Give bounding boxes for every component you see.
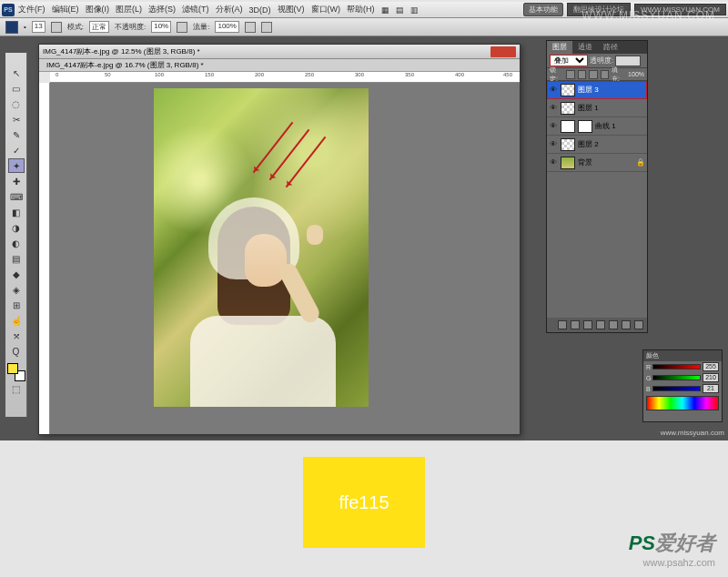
layers-panel: 图层 通道 路径 叠加 透明度: 100% 锁定: 填充: 100% (546, 40, 648, 333)
layer-row-3[interactable]: 👁 图层 3 (547, 81, 647, 99)
brush-panel-icon[interactable] (51, 22, 62, 33)
ruler-horizontal: 0 50 100 150 200 250 300 350 400 450 (50, 72, 520, 83)
layer-row-2[interactable]: 👁 图层 2 (547, 136, 647, 154)
layer-name: 图层 3 (578, 85, 599, 95)
b-slider[interactable] (652, 386, 701, 391)
mask-thumb (578, 120, 592, 133)
lock-position-icon[interactable] (589, 70, 598, 79)
opacity-field[interactable]: 10% (151, 21, 171, 33)
tab-paths[interactable]: 路径 (598, 41, 623, 54)
lock-all-icon[interactable] (601, 70, 610, 79)
brush-tool[interactable]: ✦ (8, 158, 25, 173)
gradient-tool[interactable]: ◑ (8, 220, 25, 235)
watermark-top: WWW.MISSYUAN.COM (581, 9, 715, 22)
lasso-tool[interactable]: ◌ (8, 96, 25, 111)
history-brush-tool[interactable]: ⌨ (8, 189, 25, 204)
canvas-stage[interactable] (50, 83, 520, 434)
r-value[interactable]: 255 (703, 362, 719, 371)
menu-view[interactable]: 视图(V) (275, 4, 308, 15)
menu-select[interactable]: 选择(S) (146, 4, 178, 15)
menu-icon-1[interactable]: ▦ (379, 5, 392, 15)
link-layers-icon[interactable] (558, 320, 567, 329)
opacity-label: 不透明度: (115, 22, 146, 32)
footer-url: www.missyuan.com (661, 429, 724, 437)
marquee-tool[interactable]: ▭ (8, 81, 25, 96)
lock-transparent-icon[interactable] (566, 70, 575, 79)
menu-layer[interactable]: 图层(L) (113, 4, 145, 15)
fill-label: 填充: (612, 66, 625, 84)
eraser-tool[interactable]: ◧ (8, 205, 25, 219)
menu-icon-3[interactable]: ▥ (408, 5, 421, 15)
g-slider[interactable] (652, 375, 701, 380)
document-title-text: IMG_4147副本-e.jpg @ 12.5% (图层 3, RGB/8) * (43, 46, 200, 56)
layer-row-1[interactable]: 👁 图层 1 (547, 99, 647, 117)
menu-help[interactable]: 帮助(H) (344, 4, 378, 15)
foreground-color[interactable] (7, 363, 18, 374)
type-tool[interactable]: ◈ (8, 282, 25, 297)
tablet-pressure-icon[interactable] (261, 22, 272, 33)
layer-row-background[interactable]: 👁 背景 🔒 (547, 154, 647, 172)
visibility-icon[interactable]: 👁 (549, 122, 558, 131)
mask-icon[interactable] (583, 320, 592, 329)
layer-opacity-label: 透明度: (590, 56, 613, 66)
visibility-icon[interactable]: 👁 (549, 140, 558, 149)
quickmask-tool[interactable]: ⬚ (8, 382, 25, 395)
brush-size-field[interactable]: 13 (32, 21, 46, 33)
r-slider[interactable] (652, 364, 701, 369)
adjustment-icon[interactable] (596, 320, 605, 329)
opacity-pressure-icon[interactable] (177, 22, 187, 33)
menu-icon-2[interactable]: ▤ (393, 5, 407, 15)
new-layer-icon[interactable] (622, 320, 631, 329)
visibility-icon[interactable]: 👁 (549, 104, 558, 113)
flow-field[interactable]: 100% (215, 21, 238, 33)
brush-preset-icon[interactable] (5, 21, 18, 34)
layer-name: 图层 1 (578, 103, 599, 113)
menu-filter[interactable]: 滤镜(T) (179, 4, 212, 15)
menu-analysis[interactable]: 分析(A) (213, 4, 246, 15)
layer-name: 背景 (578, 157, 592, 167)
crop-tool[interactable]: ✂ (8, 112, 25, 127)
g-value[interactable]: 210 (703, 373, 719, 382)
healing-tool[interactable]: ✓ (8, 143, 25, 157)
menu-edit[interactable]: 编辑(E) (49, 4, 82, 15)
canvas-area: IMG_4147副本-e.jpg @ 12.5% (图层 3, RGB/8) *… (27, 36, 539, 440)
fx-icon[interactable] (571, 320, 580, 329)
lock-pixels-icon[interactable] (578, 70, 587, 79)
tab-layers[interactable]: 图层 (547, 41, 572, 54)
layer-row-curves[interactable]: 👁 曲线 1 (547, 117, 647, 136)
visibility-icon[interactable]: 👁 (549, 158, 558, 167)
visibility-icon[interactable]: 👁 (549, 86, 558, 95)
color-panel: 颜色 R255 G210 B21 (642, 349, 723, 422)
hex-code-text: ffe115 (339, 492, 389, 513)
document-titlebar[interactable]: IMG_4147副本-e.jpg @ 12.5% (图层 3, RGB/8) * (39, 45, 520, 59)
shape-tool[interactable]: ☝ (8, 313, 25, 328)
path-tool[interactable]: ⊞ (8, 298, 25, 312)
trash-icon[interactable] (634, 320, 643, 329)
mode-select[interactable]: 正常 (89, 21, 109, 33)
group-icon[interactable] (609, 320, 618, 329)
zoom-tool[interactable]: Q (8, 344, 25, 359)
b-value[interactable]: 21 (703, 384, 719, 393)
menu-image[interactable]: 图像(I) (83, 4, 113, 15)
airbrush-icon[interactable] (245, 22, 256, 33)
color-spectrum[interactable] (646, 396, 719, 410)
color-swatches[interactable] (7, 363, 25, 381)
eyedropper-tool[interactable]: ✎ (8, 127, 25, 142)
pen-tool[interactable]: ◆ (8, 267, 25, 281)
workspace-button[interactable]: 基本功能 (523, 3, 563, 16)
document-window: IMG_4147副本-e.jpg @ 12.5% (图层 3, RGB/8) *… (38, 44, 521, 435)
move-tool[interactable]: ↖ (8, 66, 25, 80)
tab-channels[interactable]: 通道 (572, 41, 598, 54)
dodge-tool[interactable]: ▤ (8, 251, 25, 266)
stamp-tool[interactable]: ✚ (8, 174, 25, 188)
menu-3d[interactable]: 3D(D) (247, 5, 274, 15)
hand-tool[interactable]: ⤧ (8, 329, 25, 343)
window-close-button[interactable] (490, 46, 516, 57)
fill-field[interactable]: 100% (628, 71, 644, 77)
layers-footer (547, 318, 647, 332)
blur-tool[interactable]: ◐ (8, 236, 25, 250)
menu-window[interactable]: 窗口(W) (308, 4, 344, 15)
document-tab[interactable]: IMG_4147副本-e.jpg @ 16.7% (图层 3, RGB/8) * (39, 59, 520, 72)
menu-file[interactable]: 文件(F) (15, 4, 48, 15)
layer-thumb (561, 84, 575, 96)
